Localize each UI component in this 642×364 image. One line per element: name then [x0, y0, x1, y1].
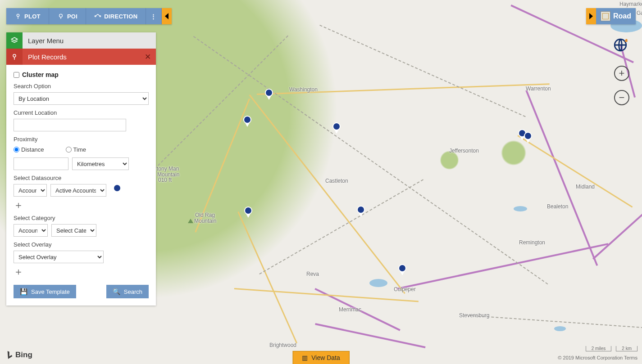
map-pin[interactable] — [398, 264, 407, 277]
county-boundary — [319, 25, 526, 117]
mountain-icon — [188, 219, 193, 223]
map-type-selector[interactable]: Road — [596, 8, 636, 24]
map-pin[interactable] — [524, 132, 533, 144]
zoom-in-button[interactable]: + — [614, 66, 629, 81]
road-minor — [517, 135, 633, 208]
current-location-label: Current Location — [14, 109, 149, 116]
direction-label: DIRECTION — [104, 13, 137, 20]
map-pin[interactable] — [264, 89, 273, 101]
sidebar: Layer Menu Plot Records ✕ Cluster map Se… — [6, 32, 156, 306]
save-template-label: Save Template — [31, 288, 70, 295]
road — [396, 243, 608, 290]
proximity-value-input[interactable] — [14, 157, 68, 170]
town-label: Remington — [519, 239, 545, 246]
bing-text: Bing — [15, 351, 32, 360]
list-icon: ▥ — [302, 354, 308, 361]
town-label: Warrenton — [526, 85, 551, 92]
svg-point-0 — [17, 14, 19, 16]
road-minor — [249, 94, 405, 294]
overlay-label: Select Overlay — [14, 241, 149, 248]
town-label: Midland — [576, 184, 595, 190]
current-location-input[interactable] — [14, 119, 126, 131]
globe-icon — [613, 37, 628, 53]
add-datasource-button[interactable]: ＋ — [14, 200, 149, 210]
add-overlay-button[interactable]: ＋ — [14, 267, 149, 277]
more-icon: ⋮ — [150, 13, 157, 20]
distance-radio-input[interactable] — [14, 147, 19, 153]
search-option-select[interactable]: By Location — [14, 92, 149, 105]
time-radio-input[interactable] — [66, 147, 72, 153]
road — [315, 323, 425, 348]
town-label: Stevensburg — [459, 312, 489, 319]
proximity-label: Proximity — [14, 136, 149, 143]
search-option-label: Search Option — [14, 83, 149, 90]
layer-menu-header[interactable]: Layer Menu — [6, 32, 156, 49]
layer-menu-title: Layer Menu — [23, 37, 64, 45]
category-field-select[interactable]: Select Category — [51, 224, 96, 237]
water — [554, 326, 566, 331]
plot-button[interactable]: PLOT — [6, 8, 49, 24]
cluster-map-checkbox[interactable]: Cluster map — [14, 71, 149, 78]
bing-logo: Bing — [6, 351, 32, 360]
direction-button[interactable]: DIRECTION — [86, 8, 146, 24]
datasource-label: Select Datasource — [14, 175, 149, 181]
close-panel-button[interactable]: ✕ — [140, 52, 156, 62]
svg-point-1 — [59, 14, 63, 17]
expand-right-button[interactable] — [586, 8, 596, 24]
plus-icon: ＋ — [14, 266, 23, 277]
water — [369, 279, 387, 287]
view-data-button[interactable]: ▥ View Data — [292, 351, 350, 364]
road-minor — [234, 288, 419, 302]
datasource-pin-preview — [113, 184, 122, 197]
distance-radio-label: Distance — [21, 146, 44, 153]
road-minor — [237, 211, 297, 344]
proximity-unit-select[interactable]: Kilometres — [72, 157, 129, 170]
plot-records-header: Plot Records ✕ — [6, 49, 156, 65]
search-button[interactable]: 🔍 Search — [106, 285, 149, 298]
plot-records-icon — [6, 49, 23, 65]
plot-records-title: Plot Records — [23, 53, 140, 61]
road — [592, 198, 642, 260]
cluster-map-input[interactable] — [14, 72, 19, 78]
zoom-out-button[interactable]: − — [614, 90, 629, 105]
map-attribution: © 2019 Microsoft Corporation Terms — [558, 355, 637, 360]
town-label: tony Man — [157, 166, 179, 172]
plus-icon: + — [619, 67, 625, 79]
datasource-entity-select[interactable]: Account — [14, 184, 47, 197]
save-icon: 💾 — [20, 288, 27, 295]
globe-reset-button[interactable] — [611, 36, 629, 54]
map-pin[interactable] — [244, 207, 253, 219]
overlay-select[interactable]: Select Overlay — [14, 251, 104, 263]
town-label: Washington — [289, 86, 318, 93]
search-label: Search — [124, 288, 142, 295]
datasource-view-select[interactable]: Active Accounts — [50, 184, 106, 197]
time-radio-label: Time — [73, 146, 86, 153]
plus-icon: ＋ — [14, 199, 23, 211]
minus-icon: − — [619, 92, 625, 103]
proximity-distance-radio[interactable]: Distance — [14, 146, 44, 153]
poi-button[interactable]: POI — [49, 8, 86, 24]
more-button[interactable]: ⋮ — [146, 8, 162, 24]
water — [514, 206, 527, 211]
town-label: Castleton — [325, 178, 348, 184]
town-label: Haymarket — [619, 1, 642, 7]
category-entity-select[interactable]: Account — [14, 224, 48, 237]
chevron-left-icon — [165, 13, 168, 19]
town-label: Merrimac — [339, 306, 361, 313]
town-label: Old Rag — [195, 212, 215, 218]
chevron-right-icon — [589, 13, 593, 19]
proximity-time-radio[interactable]: Time — [66, 146, 86, 153]
plot-label: PLOT — [24, 13, 41, 20]
map-pin[interactable] — [356, 206, 365, 218]
collapse-left-button[interactable] — [162, 8, 172, 24]
cluster-map-label: Cluster map — [22, 71, 59, 78]
map-pin[interactable] — [332, 122, 341, 135]
county-boundary — [259, 179, 423, 274]
bing-icon — [6, 351, 14, 360]
map-type-label: Road — [613, 12, 631, 20]
town-label: 010 ft — [158, 177, 172, 183]
map-pin[interactable] — [243, 116, 252, 128]
town-label: Culpeper — [394, 286, 416, 292]
map-thumb-icon — [601, 11, 610, 21]
save-template-button[interactable]: 💾 Save Template — [14, 285, 76, 298]
